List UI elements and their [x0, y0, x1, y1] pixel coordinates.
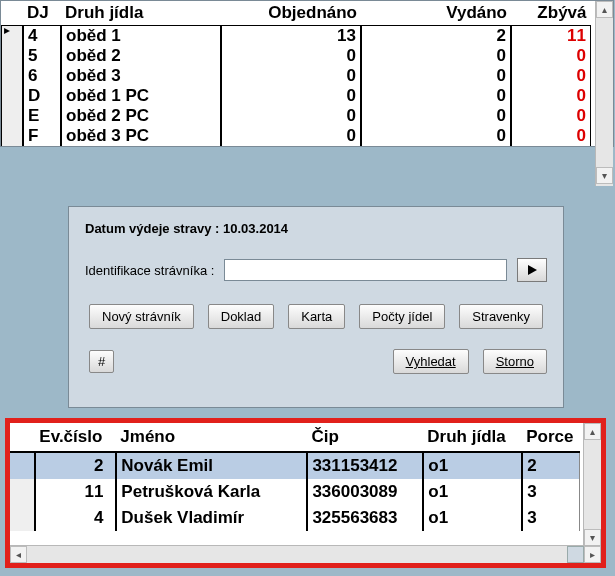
row-header[interactable] — [2, 66, 24, 86]
cell-ev: 4 — [35, 505, 116, 531]
cell-obj: 0 — [221, 106, 361, 126]
receipt-button[interactable]: Doklad — [208, 304, 274, 329]
ident-go-button[interactable] — [517, 258, 547, 282]
cell-obj: 0 — [221, 126, 361, 146]
col-zby[interactable]: Zbývá — [511, 1, 591, 26]
card-button[interactable]: Karta — [288, 304, 345, 329]
cell-jmeno: Novák Emil — [116, 452, 307, 479]
boarders-hscroll[interactable]: ◂ ▸ — [10, 545, 601, 563]
row-header[interactable] — [10, 452, 35, 479]
row-header[interactable] — [10, 479, 35, 505]
cell-name: oběd 1 PC — [61, 86, 221, 106]
cell-dj: 5 — [23, 46, 61, 66]
cell-name: oběd 2 — [61, 46, 221, 66]
cell-dj: o1 — [423, 452, 522, 479]
scroll-down-icon[interactable]: ▾ — [584, 529, 601, 546]
meals-scrollbar[interactable]: ▴ ▾ — [595, 1, 613, 186]
cell-zby: 0 — [511, 66, 591, 86]
table-row[interactable]: 5oběd 2000 — [2, 46, 591, 66]
col-cip[interactable]: Čip — [307, 423, 423, 452]
cell-name: oběd 3 PC — [61, 126, 221, 146]
cell-dj: 6 — [23, 66, 61, 86]
table-row[interactable]: 6oběd 3000 — [2, 66, 591, 86]
cell-dj: o1 — [423, 479, 522, 505]
table-row[interactable]: 4oběd 113211 — [2, 26, 591, 47]
cell-cip: 336003089 — [307, 479, 423, 505]
meals-grid[interactable]: ▸ DJ Druh jídla Objednáno Vydáno Zbývá 4… — [0, 0, 614, 147]
cell-dj: 4 — [23, 26, 61, 47]
col-druh[interactable]: Druh jídla — [61, 1, 221, 26]
current-row-marker: ▸ — [4, 23, 10, 37]
table-row[interactable]: 11Petrušková Karla336003089o13 — [10, 479, 580, 505]
cell-zby: 0 — [511, 46, 591, 66]
col-obj[interactable]: Objednáno — [221, 1, 361, 26]
cell-vyd: 0 — [361, 106, 511, 126]
scroll-left-icon[interactable]: ◂ — [10, 546, 27, 563]
table-row[interactable]: 4Dušek Vladimír325563683o13 — [10, 505, 580, 531]
search-button[interactable]: Vyhledat — [393, 349, 469, 374]
row-header[interactable] — [10, 505, 35, 531]
cell-dj: o1 — [423, 505, 522, 531]
cell-vyd: 0 — [361, 86, 511, 106]
row-header[interactable] — [2, 126, 24, 146]
play-icon — [526, 264, 538, 276]
new-boarder-button[interactable]: Nový strávník — [89, 304, 194, 329]
col-ev[interactable]: Ev.číslo — [35, 423, 116, 452]
col-dj[interactable]: DJ — [23, 1, 61, 26]
table-row[interactable]: Foběd 3 PC000 — [2, 126, 591, 146]
table-row[interactable]: 2Novák Emil331153412o12 — [10, 452, 580, 479]
dispense-panel: Datum výdeje stravy : 10.03.2014 Identif… — [68, 206, 564, 408]
col-druh-jidla[interactable]: Druh jídla — [423, 423, 522, 452]
svg-marker-0 — [528, 265, 537, 275]
cell-vyd: 0 — [361, 126, 511, 146]
cell-dj: E — [23, 106, 61, 126]
boarders-grid[interactable]: Ev.číslo Jméno Čip Druh jídla Porce 2Nov… — [5, 418, 606, 568]
cell-obj: 0 — [221, 46, 361, 66]
cell-zby: 0 — [511, 126, 591, 146]
cell-obj: 13 — [221, 26, 361, 47]
scroll-right-icon[interactable]: ▸ — [584, 546, 601, 563]
boarders-vscroll[interactable]: ▴ ▾ — [583, 423, 601, 546]
cancel-button[interactable]: Storno — [483, 349, 547, 374]
vouchers-button[interactable]: Stravenky — [459, 304, 543, 329]
cell-zby: 0 — [511, 86, 591, 106]
row-header[interactable] — [2, 106, 24, 126]
cell-cip: 325563683 — [307, 505, 423, 531]
cell-ev: 11 — [35, 479, 116, 505]
cell-jmeno: Dušek Vladimír — [116, 505, 307, 531]
cell-zby: 11 — [511, 26, 591, 47]
hash-button[interactable]: # — [89, 350, 114, 373]
cell-name: oběd 2 PC — [61, 106, 221, 126]
cell-name: oběd 3 — [61, 66, 221, 86]
meal-counts-button[interactable]: Počty jídel — [359, 304, 445, 329]
row-header[interactable] — [2, 46, 24, 66]
cell-dj: D — [23, 86, 61, 106]
scroll-up-icon[interactable]: ▴ — [584, 423, 601, 440]
cell-zby: 0 — [511, 106, 591, 126]
cell-name: oběd 1 — [61, 26, 221, 47]
ident-input[interactable] — [224, 259, 507, 281]
cell-vyd: 0 — [361, 46, 511, 66]
row-header[interactable] — [2, 86, 24, 106]
ident-label: Identifikace strávníka : — [85, 263, 214, 278]
dispense-date: Datum výdeje stravy : 10.03.2014 — [85, 221, 547, 236]
cell-vyd: 0 — [361, 66, 511, 86]
cell-porce: 3 — [522, 479, 579, 505]
cell-jmeno: Petrušková Karla — [116, 479, 307, 505]
cell-porce: 2 — [522, 452, 579, 479]
col-jmeno[interactable]: Jméno — [116, 423, 307, 452]
cell-vyd: 2 — [361, 26, 511, 47]
cell-porce: 3 — [522, 505, 579, 531]
cell-dj: F — [23, 126, 61, 146]
scroll-up-icon[interactable]: ▴ — [596, 1, 613, 18]
cell-obj: 0 — [221, 66, 361, 86]
col-porce[interactable]: Porce — [522, 423, 579, 452]
scroll-corner — [567, 546, 584, 563]
scroll-down-icon[interactable]: ▾ — [596, 167, 613, 184]
cell-obj: 0 — [221, 86, 361, 106]
cell-cip: 331153412 — [307, 452, 423, 479]
cell-ev: 2 — [35, 452, 116, 479]
table-row[interactable]: Eoběd 2 PC000 — [2, 106, 591, 126]
table-row[interactable]: Doběd 1 PC000 — [2, 86, 591, 106]
col-vyd[interactable]: Vydáno — [361, 1, 511, 26]
